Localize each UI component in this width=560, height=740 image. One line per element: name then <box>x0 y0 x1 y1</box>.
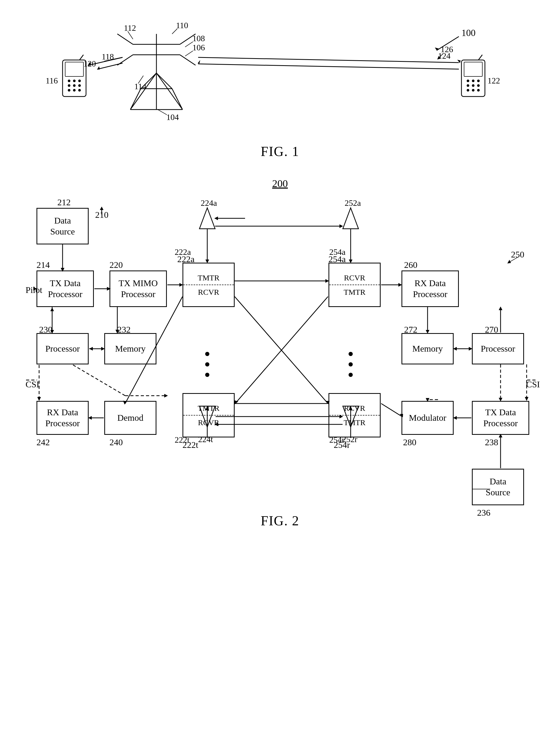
svg-marker-143 <box>399 283 402 287</box>
svg-point-33 <box>68 80 71 82</box>
svg-marker-66 <box>198 60 200 63</box>
svg-marker-76 <box>33 287 37 291</box>
page: 100 110 108 106 1 <box>0 0 560 740</box>
svg-text:122: 122 <box>487 76 500 85</box>
svg-point-54 <box>472 80 474 82</box>
svg-line-14 <box>185 51 193 56</box>
svg-text:252a: 252a <box>345 198 361 208</box>
svg-line-65 <box>198 64 459 69</box>
svg-text:118: 118 <box>102 52 114 61</box>
svg-line-32 <box>80 55 84 60</box>
svg-point-58 <box>477 84 480 87</box>
svg-marker-154 <box>499 434 502 438</box>
svg-line-22 <box>130 89 141 109</box>
svg-point-38 <box>78 84 81 87</box>
svg-marker-120 <box>349 406 352 410</box>
svg-text:222t: 222t <box>175 435 190 445</box>
svg-text:222a: 222a <box>175 247 191 257</box>
fig2-ref200: 200 <box>21 177 539 190</box>
svg-marker-1 <box>435 48 439 51</box>
svg-marker-108 <box>339 224 343 228</box>
svg-point-37 <box>73 84 76 87</box>
svg-marker-163 <box>426 398 429 402</box>
svg-point-53 <box>467 80 469 82</box>
svg-marker-88 <box>115 330 119 334</box>
svg-marker-148 <box>499 306 502 310</box>
svg-marker-122 <box>215 423 218 426</box>
svg-line-9 <box>180 55 196 65</box>
svg-marker-113 <box>205 406 209 410</box>
svg-line-140 <box>381 403 402 417</box>
svg-text:116: 116 <box>45 76 58 85</box>
svg-rect-31 <box>65 62 84 76</box>
svg-line-52 <box>478 55 482 60</box>
svg-point-34 <box>73 80 76 82</box>
svg-text:254r: 254r <box>329 435 345 445</box>
svg-marker-146 <box>469 347 472 351</box>
svg-marker-90 <box>37 397 41 401</box>
svg-line-63 <box>198 58 459 63</box>
svg-line-26 <box>141 73 156 89</box>
svg-text:224t: 224t <box>198 435 213 444</box>
svg-line-27 <box>156 73 172 89</box>
svg-marker-86 <box>50 330 54 334</box>
svg-text:126: 126 <box>441 44 453 54</box>
svg-line-92 <box>73 365 125 396</box>
svg-marker-85 <box>50 307 54 311</box>
svg-marker-78 <box>107 287 111 291</box>
svg-marker-96 <box>88 416 92 420</box>
svg-text:108: 108 <box>192 34 205 43</box>
svg-marker-160 <box>499 398 502 401</box>
svg-point-41 <box>78 89 81 92</box>
svg-line-29 <box>156 73 183 109</box>
svg-point-57 <box>472 84 474 87</box>
svg-marker-106 <box>349 260 352 263</box>
fig1-label: FIG. 1 <box>21 144 539 159</box>
svg-marker-83 <box>101 347 105 351</box>
svg-marker-152 <box>453 416 457 420</box>
svg-marker-72 <box>100 207 104 210</box>
svg-point-59 <box>467 89 469 92</box>
fig1-diagram: 100 110 108 106 1 <box>21 21 539 157</box>
svg-line-46 <box>98 63 123 69</box>
svg-marker-99 <box>205 260 209 263</box>
svg-marker-101 <box>214 216 218 220</box>
svg-point-126 <box>205 362 209 366</box>
svg-point-127 <box>205 373 209 377</box>
svg-marker-74 <box>61 268 65 272</box>
svg-marker-157 <box>525 397 529 401</box>
fig2-section: 200 Data Source 212 210 TX DataProcessor… <box>21 177 539 529</box>
svg-point-56 <box>467 84 469 87</box>
svg-point-55 <box>477 80 480 82</box>
svg-marker-94 <box>164 394 168 397</box>
svg-text:100: 100 <box>461 28 475 38</box>
svg-marker-47 <box>97 66 100 70</box>
svg-point-128 <box>349 352 353 356</box>
svg-marker-82 <box>89 347 93 351</box>
svg-point-39 <box>68 89 71 92</box>
svg-marker-115 <box>339 415 343 419</box>
svg-text:224a: 224a <box>201 198 217 208</box>
svg-point-130 <box>349 373 353 377</box>
fig1-svg: 100 110 108 106 1 <box>31 21 553 151</box>
fig2-svg: 224a 222a 252a 254a <box>21 192 539 518</box>
svg-text:112: 112 <box>124 23 136 32</box>
svg-text:106: 106 <box>192 43 205 52</box>
svg-line-23 <box>172 89 183 109</box>
svg-marker-80 <box>179 283 183 287</box>
svg-line-12 <box>185 42 193 47</box>
svg-marker-132 <box>325 279 329 283</box>
svg-line-16 <box>158 109 167 115</box>
svg-line-138 <box>125 297 183 403</box>
svg-point-35 <box>78 80 81 82</box>
fig2-diagram: Data Source 212 210 TX DataProcessor 214… <box>21 192 539 505</box>
svg-point-36 <box>68 84 71 87</box>
svg-point-125 <box>205 352 209 356</box>
svg-text:254a: 254a <box>329 247 345 257</box>
svg-point-60 <box>472 89 474 92</box>
svg-text:110: 110 <box>176 21 188 30</box>
svg-line-28 <box>130 73 156 109</box>
svg-point-61 <box>477 89 480 92</box>
svg-marker-104 <box>343 208 358 229</box>
svg-text:104: 104 <box>166 112 179 122</box>
